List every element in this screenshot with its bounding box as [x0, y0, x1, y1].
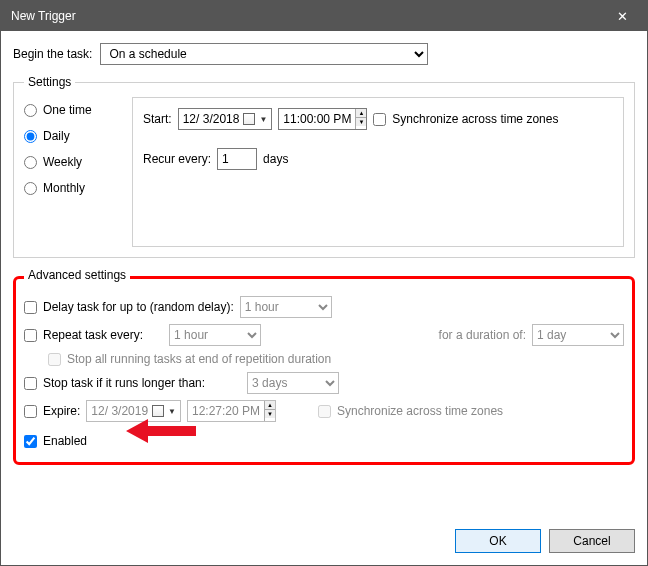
radio-daily[interactable]: Daily: [24, 129, 120, 143]
dialog-window: New Trigger ✕ Begin the task: On a sched…: [0, 0, 648, 566]
expire-time-picker[interactable]: 12:27:20 PM ▲▼: [187, 400, 276, 422]
dialog-content: Begin the task: On a schedule Settings O…: [1, 31, 647, 519]
advanced-legend: Advanced settings: [24, 268, 130, 282]
spin-down-icon[interactable]: ▼: [356, 118, 366, 126]
annotation-arrow: [126, 416, 196, 446]
svg-marker-0: [126, 419, 196, 443]
duration-select[interactable]: 1 day: [532, 324, 624, 346]
radio-monthly[interactable]: Monthly: [24, 181, 120, 195]
start-label: Start:: [143, 112, 172, 126]
duration-label: for a duration of:: [439, 328, 526, 342]
start-date-picker[interactable]: 12/ 3/2018 ▼: [178, 108, 273, 130]
expire-checkbox[interactable]: [24, 405, 37, 418]
delay-label: Delay task for up to (random delay):: [43, 300, 234, 314]
window-title: New Trigger: [11, 9, 76, 23]
recur-unit-label: days: [263, 152, 288, 166]
calendar-icon: [243, 113, 255, 125]
stop-all-checkbox: [48, 353, 61, 366]
stop-all-label: Stop all running tasks at end of repetit…: [67, 352, 331, 366]
advanced-settings-group: Advanced settings Delay task for up to (…: [13, 270, 635, 465]
title-bar: New Trigger ✕: [1, 1, 647, 31]
stop-longer-label: Stop task if it runs longer than:: [43, 376, 205, 390]
recur-value-input[interactable]: [217, 148, 257, 170]
cancel-button[interactable]: Cancel: [549, 529, 635, 553]
begin-task-label: Begin the task:: [13, 47, 92, 61]
repeat-select[interactable]: 1 hour: [169, 324, 261, 346]
expire-sync-checkbox: [318, 405, 331, 418]
expire-label: Expire:: [43, 404, 80, 418]
spin-down-icon[interactable]: ▼: [265, 410, 275, 418]
spin-up-icon[interactable]: ▲: [265, 401, 275, 410]
enabled-checkbox[interactable]: [24, 435, 37, 448]
delay-select[interactable]: 1 hour: [240, 296, 332, 318]
delay-checkbox[interactable]: [24, 301, 37, 314]
stop-longer-select[interactable]: 3 days: [247, 372, 339, 394]
stop-longer-checkbox[interactable]: [24, 377, 37, 390]
radio-one-time[interactable]: One time: [24, 103, 120, 117]
expire-sync-label: Synchronize across time zones: [337, 404, 503, 418]
repeat-label: Repeat task every:: [43, 328, 143, 342]
begin-task-select[interactable]: On a schedule: [100, 43, 428, 65]
radio-weekly[interactable]: Weekly: [24, 155, 120, 169]
schedule-panel: Start: 12/ 3/2018 ▼ 11:00:00 PM ▲▼ Synch…: [132, 97, 624, 247]
chevron-down-icon: ▼: [168, 407, 176, 416]
close-icon[interactable]: ✕: [607, 9, 637, 24]
spin-up-icon[interactable]: ▲: [356, 109, 366, 118]
enabled-label: Enabled: [43, 434, 87, 448]
dialog-buttons: OK Cancel: [1, 519, 647, 565]
schedule-radio-group: One time Daily Weekly Monthly: [24, 97, 120, 247]
begin-task-row: Begin the task: On a schedule: [13, 43, 635, 65]
recur-label: Recur every:: [143, 152, 211, 166]
settings-legend: Settings: [24, 75, 75, 89]
chevron-down-icon: ▼: [259, 115, 267, 124]
repeat-checkbox[interactable]: [24, 329, 37, 342]
settings-group: Settings One time Daily Weekly Monthly S…: [13, 75, 635, 258]
sync-timezone-label: Synchronize across time zones: [392, 112, 558, 126]
sync-timezone-checkbox[interactable]: [373, 113, 386, 126]
ok-button[interactable]: OK: [455, 529, 541, 553]
start-time-picker[interactable]: 11:00:00 PM ▲▼: [278, 108, 367, 130]
